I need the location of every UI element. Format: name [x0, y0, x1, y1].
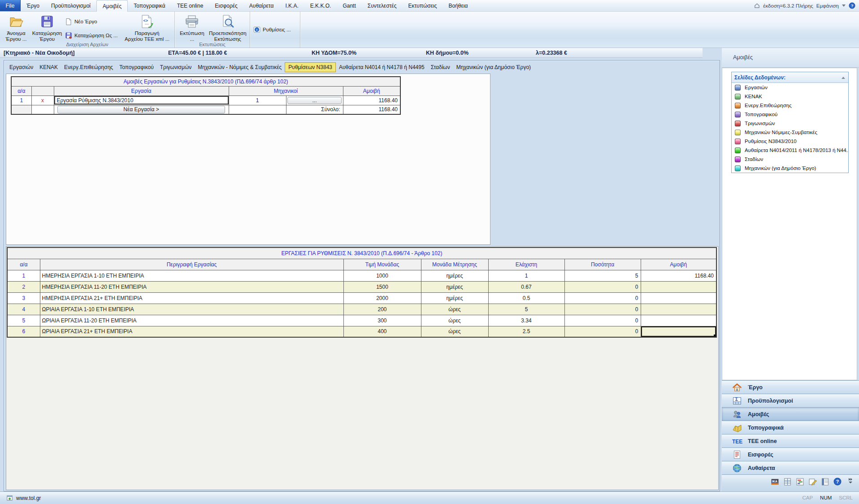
- grid-cell[interactable]: 0: [564, 281, 641, 292]
- grid-cell[interactable]: 200: [343, 304, 421, 315]
- website-link[interactable]: www.tol.gr: [16, 495, 41, 501]
- menu-item-4[interactable]: TEE online: [171, 0, 209, 11]
- gantt-icon[interactable]: [796, 478, 804, 486]
- save-as-button[interactable]: Καταχώρηση Ως ...: [64, 31, 123, 40]
- data-page-item-7[interactable]: Αυθαίρετα Ν4014/2011 ή Ν4178/2013 ή Ν44.…: [732, 146, 848, 155]
- grid-cell[interactable]: 0: [564, 315, 641, 326]
- data-page-tab-0[interactable]: Εργασιών: [6, 62, 36, 72]
- data-page-item-6[interactable]: Ρυθμίσεις Ν3843/2010: [732, 137, 848, 146]
- grid-cell[interactable]: 2000: [343, 292, 421, 304]
- new-project-button[interactable]: Νέο Έργο: [64, 17, 123, 26]
- data-page-tab-4[interactable]: Τριγωνισμών: [157, 62, 195, 72]
- help-icon[interactable]: ?: [849, 2, 855, 9]
- data-page-tab-8[interactable]: Σταδίων: [428, 62, 453, 72]
- menu-item-6[interactable]: Αυθαίρετα: [243, 0, 280, 11]
- grid-cell[interactable]: ΗΜΕΡΗΣΙΑ ΕΡΓΑΣΙΑ 1-10 ΕΤΗ ΕΜΠΕΙΡΙΑ: [40, 270, 343, 281]
- nav-topografika[interactable]: Τοπογραφικά: [722, 421, 859, 434]
- nav-ergo[interactable]: Έργο: [722, 380, 859, 394]
- grid-cell[interactable]: [641, 292, 716, 304]
- menu-item-5[interactable]: Εισφορές: [209, 0, 243, 11]
- grid-cell[interactable]: 1: [488, 270, 564, 281]
- data-page-tab-3[interactable]: Τοπογραφικού: [116, 62, 157, 72]
- grid-cell[interactable]: ημέρες: [421, 292, 488, 304]
- data-page-item-3[interactable]: Τοπογραφικού: [732, 110, 848, 119]
- overflow-icon[interactable]: [846, 478, 855, 486]
- grid-cell[interactable]: ημέρες: [421, 281, 488, 292]
- row-index[interactable]: 1: [11, 96, 31, 105]
- nav-amoives[interactable]: Αμοιβές: [722, 407, 859, 421]
- grid-cell[interactable]: 0: [564, 304, 641, 315]
- data-pages-header[interactable]: Σελίδες Δεδομένων:: [732, 72, 848, 83]
- file-tab[interactable]: File: [0, 0, 21, 11]
- report-icon[interactable]: [821, 478, 829, 486]
- grid-cell[interactable]: [641, 281, 716, 292]
- grid-cell[interactable]: ΩΡΙΑΙΑ ΕΡΓΑΣΙΑ 11-20 ΕΤΗ ΕΜΠΕΙΡΙΑ: [40, 315, 343, 326]
- data-page-tab-6[interactable]: Ρυθμίσεων Ν3843: [285, 62, 336, 72]
- menu-item-7[interactable]: Ι.Κ.Α.: [279, 0, 304, 11]
- engineers-more-button[interactable]: ...: [287, 97, 342, 104]
- delete-row-button[interactable]: x: [31, 96, 54, 105]
- grid-cell[interactable]: ημέρες: [421, 270, 488, 281]
- export-icon[interactable]: [808, 478, 817, 486]
- menu-item-8[interactable]: Ε.Κ.Κ.Ο.: [304, 0, 337, 11]
- grid-cell[interactable]: ώρες: [421, 326, 488, 337]
- grid-cell[interactable]: 0.67: [488, 281, 564, 292]
- view-dropdown[interactable]: Εμφάνιση: [816, 3, 839, 9]
- row-index[interactable]: 6: [7, 326, 40, 337]
- print-preview-button[interactable]: Προεπισκόπηση Εκτύπωσης: [208, 13, 248, 42]
- row-index[interactable]: 2: [7, 281, 40, 292]
- selected-cell[interactable]: [641, 326, 716, 337]
- nav-proypologismoi[interactable]: ΣΠροϋπολογισμοί: [722, 394, 859, 407]
- data-page-item-8[interactable]: Σταδίων: [732, 155, 848, 164]
- nav-authaireta[interactable]: Αυθαίρετα: [722, 461, 859, 474]
- grid-cell[interactable]: [641, 315, 716, 326]
- grid-cell[interactable]: ΗΜΕΡΗΣΙΑ ΕΡΓΑΣΙΑ 21+ ΕΤΗ ΕΜΠΕΙΡΙΑ: [40, 292, 343, 304]
- menu-item-11[interactable]: Εκτυπώσεις: [402, 0, 443, 11]
- grid-cell[interactable]: ώρες: [421, 315, 488, 326]
- data-page-item-4[interactable]: Τριγωνισμών: [732, 119, 848, 128]
- data-page-tab-2[interactable]: Ενεργ.Επιθεώρησης: [61, 62, 116, 72]
- engineers-count-cell[interactable]: 1: [229, 96, 286, 105]
- menu-item-3[interactable]: Τοπογραφικά: [128, 0, 171, 11]
- grid-cell[interactable]: 0: [564, 326, 641, 337]
- grid-cell[interactable]: 0.5: [488, 292, 564, 304]
- menu-item-2[interactable]: Αμοιβές: [96, 0, 128, 12]
- data-page-item-9[interactable]: Μηχανικών (για Δημόσιο Έργο): [732, 164, 848, 173]
- grid-cell[interactable]: 1168.40: [641, 270, 716, 281]
- grid-cell[interactable]: ΩΡΙΑΙΑ ΕΡΓΑΣΙΑ 21+ ΕΤΗ ΕΜΠΕΙΡΙΑ: [40, 326, 343, 337]
- new-work-button[interactable]: Νέα Εργασία >: [57, 106, 225, 113]
- grid-cell[interactable]: ΗΜΕΡΗΣΙΑ ΕΡΓΑΣΙΑ 11-20 ΕΤΗ ΕΜΠΕΙΡΙΑ: [40, 281, 343, 292]
- table-icon[interactable]: [783, 478, 792, 486]
- chevron-down-icon[interactable]: [842, 4, 846, 7]
- menu-item-0[interactable]: Έργο: [21, 0, 45, 11]
- save-project-button[interactable]: Καταχώρηση Έργου: [30, 13, 64, 42]
- collapse-arrow-icon[interactable]: [842, 77, 845, 79]
- grid-cell[interactable]: 1500: [343, 281, 421, 292]
- row-index[interactable]: 1: [7, 270, 40, 281]
- work-name-input[interactable]: Εργασία Ρύθμισης Ν.3843/2010: [54, 96, 229, 104]
- open-project-button[interactable]: Άνοιγμα Έργου ...: [2, 13, 30, 42]
- grid-cell[interactable]: 3.34: [488, 315, 564, 326]
- grid-cell[interactable]: 2.5: [488, 326, 564, 337]
- menu-item-12[interactable]: Βοήθεια: [443, 0, 473, 11]
- menu-item-9[interactable]: Gantt: [337, 0, 361, 11]
- grid-cell[interactable]: 0: [564, 292, 641, 304]
- menu-item-10[interactable]: Συντελεστές: [362, 0, 403, 11]
- grid-cell[interactable]: 5: [488, 304, 564, 315]
- settings-button[interactable]: i Ρυθμίσεις ...: [252, 25, 292, 34]
- data-page-tab-7[interactable]: Αυθαίρετα Ν4014 ή Ν4178 ή Ν4495: [336, 62, 428, 72]
- grid-cell[interactable]: 1000: [343, 270, 421, 281]
- data-page-tab-5[interactable]: Μηχανικών - Νόμιμες & Συμβατικές: [195, 62, 285, 72]
- row-index[interactable]: 4: [7, 304, 40, 315]
- data-page-item-1[interactable]: ΚΕΝΑΚ: [732, 92, 848, 101]
- menu-item-1[interactable]: Προϋπολογισμοί: [45, 0, 96, 11]
- grid-cell[interactable]: 5: [564, 270, 641, 281]
- data-page-item-2[interactable]: Ενεργ.Επιθεώρησης: [732, 101, 848, 110]
- fee-cell[interactable]: 1168.40: [343, 96, 400, 105]
- grid-cell[interactable]: 400: [343, 326, 421, 337]
- grid-cell[interactable]: ώρες: [421, 304, 488, 315]
- grid-cell[interactable]: ΩΡΙΑΙΑ ΕΡΓΑΣΙΑ 1-10 ΕΤΗ ΕΜΠΕΙΡΙΑ: [40, 304, 343, 315]
- generate-tee-xml-button[interactable]: <> Παραγωγή Αρχείου TEE xml ...: [123, 13, 171, 42]
- data-page-item-5[interactable]: Μηχανικών Νόμιμες-Συμβατικές: [732, 128, 848, 137]
- print-button[interactable]: Εκτύπωση ...: [177, 13, 208, 42]
